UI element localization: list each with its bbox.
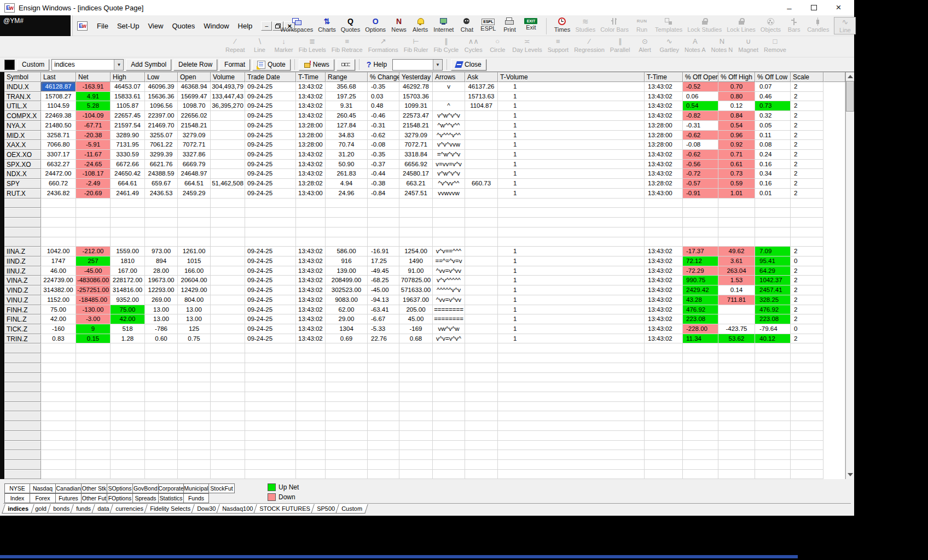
quote-cell[interactable]: -68.25 (368, 276, 399, 285)
row-symbol[interactable]: IINU.Z (4, 266, 41, 276)
quote-cell[interactable] (178, 343, 211, 353)
quote-cell[interactable] (41, 199, 76, 208)
delete-row-button[interactable]: Delete Row (173, 59, 217, 71)
keypad-button[interactable] (337, 59, 355, 71)
quote-cell[interactable] (683, 470, 718, 480)
quote-cell[interactable] (296, 228, 326, 237)
quote-cell[interactable]: =^w^v^v (433, 150, 465, 160)
quote-cell[interactable]: -11.67 (76, 150, 111, 160)
menu-item-file[interactable]: File (92, 20, 113, 32)
quote-cell[interactable] (41, 421, 76, 431)
quote-cell[interactable]: 7072.71 (399, 140, 433, 150)
quote-cell[interactable] (465, 334, 498, 344)
quote-cell[interactable] (296, 363, 326, 373)
quote-cell[interactable] (791, 431, 823, 441)
quote-cell[interactable] (111, 218, 145, 228)
quote-cell[interactable]: -0.56 (683, 160, 718, 170)
quote-cell[interactable]: 13:43:02 (645, 150, 683, 160)
quote-cell[interactable]: 13:28:00 (645, 121, 683, 131)
quote-cell[interactable]: 13:43:02 (296, 334, 326, 344)
quote-cell[interactable] (399, 392, 433, 402)
column-header-range[interactable]: Range (326, 72, 368, 82)
quote-cell[interactable] (755, 460, 791, 470)
quote-cell[interactable] (465, 373, 498, 383)
quote-cell[interactable] (791, 237, 823, 247)
quote-cell[interactable] (76, 363, 111, 373)
quote-cell[interactable]: -67.71 (76, 121, 111, 131)
quote-cell[interactable]: 707825.00 (399, 276, 433, 285)
quote-cell[interactable] (211, 431, 245, 441)
quote-cell[interactable] (41, 382, 76, 392)
quote-cell[interactable]: 127.84 (326, 121, 368, 131)
quote-cell[interactable] (498, 421, 645, 431)
quote-cell[interactable]: 228172.00 (111, 276, 145, 285)
quote-cell[interactable] (326, 208, 368, 218)
quote-cell[interactable]: 3.61 (718, 256, 755, 266)
row-symbol[interactable] (4, 470, 41, 480)
quote-cell[interactable]: 31.20 (326, 150, 368, 160)
quote-cell[interactable] (465, 189, 498, 199)
quote-cell[interactable] (296, 343, 326, 353)
quote-cell[interactable]: -0.08 (683, 140, 718, 150)
quote-cell[interactable] (368, 343, 399, 353)
quote-cell[interactable] (433, 431, 465, 441)
column-header-off-low[interactable]: % Off Low (755, 72, 791, 82)
quote-cell[interactable]: 0.70 (718, 82, 755, 92)
quote-cell[interactable] (111, 363, 145, 373)
quote-cell[interactable] (718, 305, 755, 315)
quote-cell[interactable] (755, 441, 791, 451)
quote-cell[interactable]: 49.62 (718, 247, 755, 256)
quote-cell[interactable]: 15713.63 (465, 92, 498, 102)
quote-cell[interactable]: 91.00 (399, 266, 433, 276)
quote-cell[interactable] (433, 441, 465, 451)
quote-cell[interactable] (326, 237, 368, 247)
quote-cell[interactable]: 50.90 (326, 160, 368, 170)
quote-cell[interactable] (296, 460, 326, 470)
quote-cell[interactable] (399, 218, 433, 228)
quote-cell[interactable] (645, 431, 683, 441)
quote-cell[interactable] (211, 150, 245, 160)
quote-cell[interactable]: 1 (498, 82, 645, 92)
quote-cell[interactable] (465, 392, 498, 402)
quote-cell[interactable]: 13:28:00 (645, 140, 683, 150)
quote-cell[interactable]: 2 (791, 111, 823, 121)
quote-cell[interactable] (41, 460, 76, 470)
quote-cell[interactable]: 09-24-25 (245, 92, 296, 102)
quote-cell[interactable]: 1015 (178, 256, 211, 266)
row-symbol[interactable]: NDX.X (4, 169, 41, 179)
quote-cell[interactable]: 0.05 (755, 121, 791, 131)
quote-cell[interactable]: 0.84 (718, 111, 755, 121)
quote-cell[interactable]: -5.33 (368, 324, 399, 334)
quote-cell[interactable] (211, 295, 245, 305)
quote-cell[interactable]: -0.37 (368, 160, 399, 170)
quote-cell[interactable]: 13:43:00 (645, 189, 683, 199)
quote-cell[interactable] (211, 228, 245, 237)
quote-cell[interactable]: 13:28:00 (296, 131, 326, 141)
quote-cell[interactable] (245, 402, 296, 412)
quote-cell[interactable]: 3330.59 (111, 150, 145, 160)
quote-cell[interactable] (465, 441, 498, 451)
quote-cell[interactable]: 973.00 (145, 247, 178, 256)
quote-cell[interactable] (211, 256, 245, 266)
quote-cell[interactable]: 13:43:02 (296, 101, 326, 111)
quote-cell[interactable]: -49.45 (368, 266, 399, 276)
quote-cell[interactable]: 13:43:02 (645, 295, 683, 305)
quote-cell[interactable] (498, 199, 645, 208)
quote-cell[interactable]: 0 (791, 256, 823, 266)
quote-cell[interactable] (178, 237, 211, 247)
quote-cell[interactable] (211, 218, 245, 228)
quote-cell[interactable]: 314382.00 (41, 285, 76, 295)
quote-cell[interactable]: 894 (145, 256, 178, 266)
quote-cell[interactable]: 0.59 (718, 179, 755, 189)
quote-cell[interactable]: 13:43:02 (296, 266, 326, 276)
quote-cell[interactable]: 09-24-25 (245, 266, 296, 276)
quote-cell[interactable] (145, 237, 178, 247)
quote-cell[interactable] (498, 208, 645, 218)
charts-button[interactable]: ⇅Charts (318, 17, 335, 33)
quote-cell[interactable]: ======== (433, 305, 465, 315)
quotes-button[interactable]: QQuotes (341, 17, 360, 33)
quote-cell[interactable] (755, 343, 791, 353)
quote-cell[interactable]: 3258.71 (41, 131, 76, 141)
column-header-last[interactable]: Last (41, 72, 76, 82)
quote-cell[interactable]: 19637.00 (399, 295, 433, 305)
